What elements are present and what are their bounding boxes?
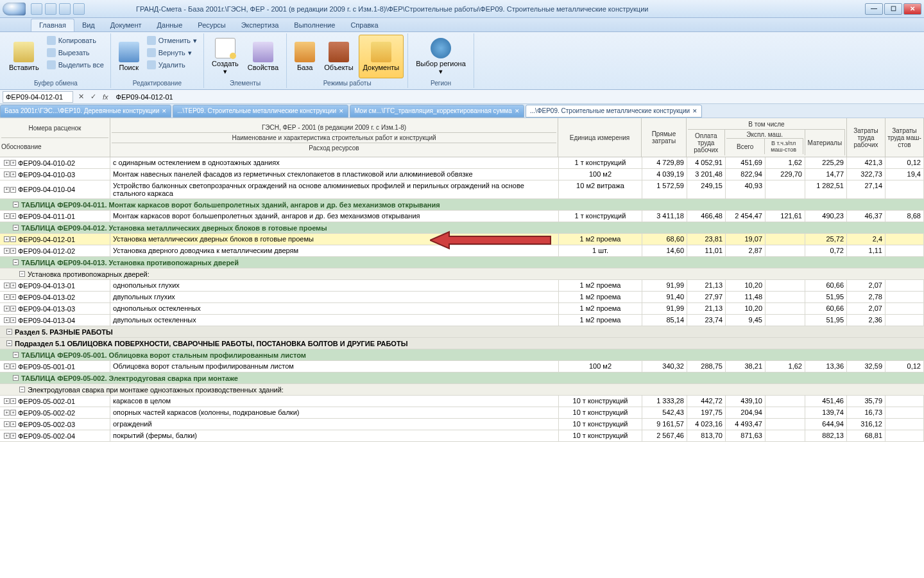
formula-bar: ✕ ✓ fx ФЕР09-04-012-01 — [0, 90, 924, 104]
close-tab-icon[interactable]: ✕ — [515, 108, 520, 114]
delete-button[interactable]: Удалить — [144, 59, 200, 71]
table-row[interactable]: ++ФЕР09-04-013-02двупольных глухих1 м2 п… — [0, 292, 924, 303]
cancel-formula-icon[interactable]: ✕ — [77, 92, 85, 101]
table-row[interactable]: ++ФЕР09-04-011-01Монтаж каркасов ворот б… — [0, 211, 924, 222]
col-including: В том числе — [747, 119, 785, 129]
table-header: Номера расценок Обоснование ГЭСН, ФЕР - … — [0, 118, 924, 157]
globe-icon — [431, 38, 451, 58]
ribbon-tab-main[interactable]: Главная — [31, 19, 74, 31]
close-tab-icon[interactable]: ✕ — [692, 108, 697, 114]
create-button[interactable]: Создать ▾ — [208, 35, 243, 78]
qat-dropdown-icon[interactable] — [73, 3, 85, 15]
table-row[interactable]: ++ФЕР09-04-013-01однопольных глухих1 м2 … — [0, 280, 924, 292]
table-row[interactable]: ++ФЕР09-05-002-04покрытий (фермы, балки)… — [0, 430, 924, 442]
table-row[interactable]: ++ФЕР09-04-012-02Установка дверного дово… — [0, 245, 924, 257]
table-row[interactable]: −Подраздел 5.1 ОБЛИЦОВКА ПОВЕРХНОСТИ, СВ… — [0, 338, 924, 349]
table-body[interactable]: ++ФЕР09-04-010-02с одинарным остеклением… — [0, 157, 924, 578]
ribbon-tab-resources[interactable]: Ресурсы — [190, 19, 233, 31]
documents-mode-button[interactable]: Документы — [359, 35, 404, 78]
select-all-icon — [47, 60, 56, 69]
group-label-region: Регион — [412, 78, 470, 88]
base-icon — [295, 42, 315, 62]
formula-field[interactable]: ФЕР09-04-012-01 — [114, 92, 921, 102]
table-row[interactable]: ++ФЕР09-04-013-03однопольных остекленных… — [0, 303, 924, 315]
cut-button[interactable]: Вырезать — [44, 47, 107, 58]
ribbon-tab-help[interactable]: Справка — [343, 19, 386, 31]
select-all-button[interactable]: Выделить все — [44, 59, 107, 71]
create-icon — [215, 38, 235, 58]
doc-tab[interactable]: ...\ТЕР09. Строительные металлические ко… — [173, 105, 348, 118]
minimize-button[interactable]: — — [865, 3, 883, 15]
undo-button[interactable]: Отменить ▾ — [144, 35, 200, 46]
delete-icon — [147, 60, 156, 69]
col-labor-workers: Затраты труда рабочих — [847, 118, 886, 157]
ribbon-tab-strip: Главная Вид Документ Данные Ресурсы Эксп… — [0, 18, 924, 32]
group-label-modes: Режимы работы — [291, 78, 404, 88]
close-tab-icon[interactable]: ✕ — [339, 108, 344, 114]
table-row[interactable]: ++ФЕР09-05-002-02опорных частей каркасов… — [0, 407, 924, 419]
fx-icon[interactable]: fx — [101, 93, 110, 101]
region-button[interactable]: Выбор региона ▾ — [412, 35, 470, 78]
table-row[interactable]: ++ФЕР09-05-001-01Облицовка ворот стальны… — [0, 361, 924, 372]
redo-icon — [147, 48, 156, 57]
doc-tab[interactable]: Мои см...\ГГС_транвляция_корректированна… — [350, 105, 524, 118]
table-row[interactable]: ++ФЕР09-04-010-02с одинарным остеклением… — [0, 157, 924, 169]
table-row[interactable]: −ТАБЛИЦА ФЕР09-05-002. Электродуговая св… — [0, 372, 924, 384]
objects-mode-button[interactable]: Объекты — [320, 35, 357, 78]
qat-save-icon[interactable] — [31, 3, 42, 15]
group-label-clipboard: Буфер обмена — [5, 78, 107, 88]
table-row[interactable]: −Установка противопожарных дверей: — [0, 268, 924, 280]
table-row[interactable]: −Раздел 5. РАЗНЫЕ РАБОТЫ — [0, 326, 924, 338]
accept-formula-icon[interactable]: ✓ — [89, 92, 98, 101]
table-row[interactable]: ++ФЕР09-04-010-04Устройство балконных св… — [0, 180, 924, 199]
documents-icon — [371, 42, 391, 62]
table-row[interactable]: ++ФЕР09-04-013-04двупольных остекленных1… — [0, 315, 924, 326]
ribbon-tab-expertise[interactable]: Экспертиза — [234, 19, 287, 31]
redo-button[interactable]: Вернуть ▾ — [144, 47, 200, 58]
col-direct: Прямые затраты — [642, 118, 687, 157]
paste-button[interactable]: Вставить — [5, 35, 43, 78]
document-tab-strip: База 2001г.\ГЭС...\ФЕР10. Деревянные кон… — [0, 104, 924, 118]
objects-icon — [329, 42, 349, 62]
table-row[interactable]: −ТАБЛИЦА ФЕР09-04-013. Установка противо… — [0, 257, 924, 268]
col-wages: Оплата труда рабочих — [688, 130, 725, 155]
table-row[interactable]: −ТАБЛИЦА ФЕР09-04-011. Монтаж каркасов в… — [0, 199, 924, 211]
doc-tab-active[interactable]: ...\ФЕР09. Строительные металлические ко… — [526, 105, 702, 118]
ribbon-tab-view[interactable]: Вид — [74, 19, 103, 31]
qat-undo-icon[interactable] — [45, 3, 56, 15]
table-row[interactable]: ++ФЕР09-05-002-03ограждений10 т конструк… — [0, 419, 924, 430]
name-box[interactable] — [3, 91, 73, 103]
search-icon — [119, 42, 139, 62]
table-row[interactable]: ++ФЕР09-04-012-01Установка металлических… — [0, 234, 924, 245]
title-bar: ГРАНД-Смета - База 2001г.\ГЭСН, ФЕР - 20… — [0, 0, 924, 18]
properties-icon — [253, 42, 273, 62]
copy-icon — [47, 36, 56, 45]
close-button[interactable]: ✕ — [903, 3, 921, 15]
copy-button[interactable]: Копировать — [44, 35, 107, 46]
col-incl-wages: В т.ч.з/пл маш-стов — [765, 139, 803, 154]
col-db: ГЭСН, ФЕР - 2001 (в редакции 2009 г. с И… — [112, 123, 556, 133]
ribbon-tab-document[interactable]: Документ — [103, 19, 150, 31]
properties-button[interactable]: Свойства — [244, 35, 282, 78]
col-total: Всего — [726, 139, 765, 154]
table-row[interactable]: −ТАБЛИЦА ФЕР09-05-001. Облицовка ворот с… — [0, 349, 924, 361]
col-materials: Материалы — [805, 130, 845, 155]
app-menu-orb[interactable] — [3, 3, 26, 15]
base-mode-button[interactable]: База — [291, 35, 319, 78]
col-mach: Экспл. маш. — [746, 131, 783, 138]
qat-redo-icon[interactable] — [59, 3, 71, 15]
close-tab-icon[interactable]: ✕ — [162, 108, 167, 114]
cut-icon — [47, 48, 56, 57]
table-row[interactable]: ++ФЕР09-05-002-01каркасов в целом10 т ко… — [0, 396, 924, 407]
ribbon-tab-data[interactable]: Данные — [150, 19, 191, 31]
col-numbers: Номера расценок — [29, 119, 81, 137]
table-row[interactable]: −ТАБЛИЦА ФЕР09-04-012. Установка металли… — [0, 222, 924, 234]
ribbon: Вставить Копировать Вырезать Выделить вс… — [0, 32, 924, 90]
table-row[interactable]: −Электродуговая сварка при монтаже одноэ… — [0, 384, 924, 396]
doc-tab[interactable]: База 2001г.\ГЭС...\ФЕР10. Деревянные кон… — [0, 105, 171, 118]
maximize-button[interactable]: ☐ — [884, 3, 902, 15]
ribbon-tab-execution[interactable]: Выполнение — [286, 19, 343, 31]
group-label-editing: Редактирование — [115, 78, 200, 88]
search-button[interactable]: Поиск — [115, 35, 143, 78]
table-row[interactable]: ++ФЕР09-04-010-03Монтаж навесных панелей… — [0, 169, 924, 180]
